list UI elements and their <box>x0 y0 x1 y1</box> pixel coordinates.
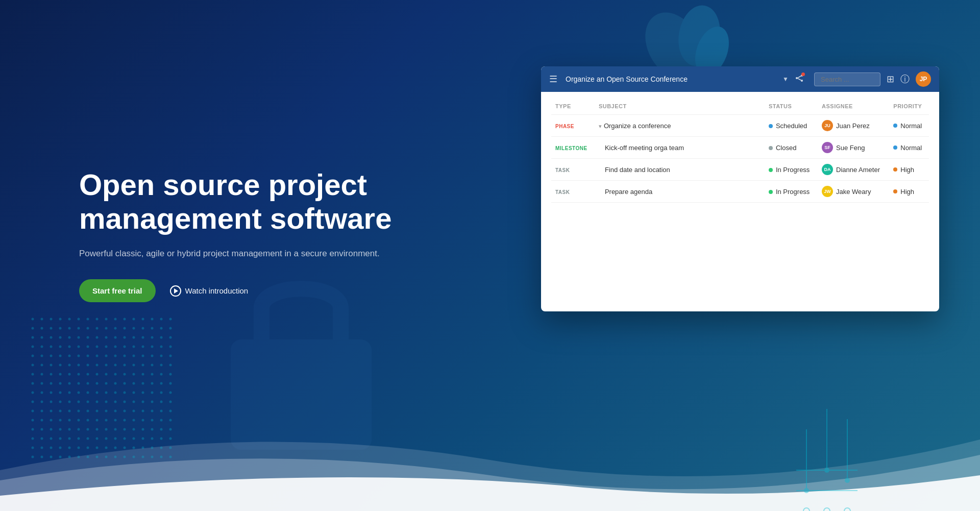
watch-label: Watch introduction <box>185 286 249 295</box>
svg-point-13 <box>824 468 829 473</box>
cell-assignee: JUJuan Perez <box>818 115 889 137</box>
cell-priority: High <box>889 159 929 181</box>
cell-status: In Progress <box>765 159 818 181</box>
project-table: TYPE SUBJECT STATUS ASSIGNEE PRIORITY PH… <box>551 100 929 203</box>
cell-subject: ▾Organize a conference <box>595 115 765 137</box>
col-subject: SUBJECT <box>595 100 765 115</box>
col-priority: PRIORITY <box>889 100 929 115</box>
cell-subject: Kick-off meeting orga team <box>595 137 765 159</box>
table-row[interactable]: PHASE▾Organize a conferenceScheduledJUJu… <box>551 115 929 137</box>
help-icon[interactable]: ⓘ <box>900 73 910 85</box>
hamburger-icon[interactable]: ☰ <box>549 74 557 85</box>
notification-dot <box>801 72 805 76</box>
hero-subtitle: Powerful classic, agile or hybrid projec… <box>79 247 406 260</box>
svg-point-15 <box>845 478 850 483</box>
cell-subject: Prepare agenda <box>595 181 765 203</box>
share-icon[interactable] <box>795 74 804 85</box>
cell-type: TASK <box>551 181 595 203</box>
user-avatar[interactable]: JP <box>916 71 931 87</box>
cell-type: PHASE <box>551 115 595 137</box>
play-icon <box>170 285 181 297</box>
col-assignee: ASSIGNEE <box>818 100 889 115</box>
svg-point-18 <box>844 508 850 511</box>
svg-point-16 <box>824 508 830 511</box>
cell-assignee: JWJake Weary <box>818 181 889 203</box>
svg-line-23 <box>798 79 801 80</box>
project-name: Organize an Open Source Conference <box>566 75 774 83</box>
cell-priority: Normal <box>889 115 929 137</box>
table-row[interactable]: TASKPrepare agendaIn ProgressJWJake Wear… <box>551 181 929 203</box>
svg-point-14 <box>804 488 809 493</box>
play-triangle <box>174 288 178 294</box>
svg-line-22 <box>798 76 801 78</box>
cell-subject: Find date and location <box>595 159 765 181</box>
app-content: TYPE SUBJECT STATUS ASSIGNEE PRIORITY PH… <box>541 92 939 311</box>
table-container: TYPE SUBJECT STATUS ASSIGNEE PRIORITY PH… <box>541 92 939 211</box>
cell-priority: High <box>889 181 929 203</box>
cell-priority: Normal <box>889 137 929 159</box>
app-window: ☰ Organize an Open Source Conference ▼ ⊞… <box>541 66 939 311</box>
dots-pattern <box>31 317 174 460</box>
grid-icon[interactable]: ⊞ <box>887 74 894 85</box>
col-type: TYPE <box>551 100 595 115</box>
col-status: STATUS <box>765 100 818 115</box>
watch-introduction-button[interactable]: Watch introduction <box>170 285 249 297</box>
cell-status: Scheduled <box>765 115 818 137</box>
svg-rect-7 <box>31 317 174 460</box>
header-icons <box>795 74 804 85</box>
svg-point-19 <box>796 77 798 79</box>
hero-title: Open source project management software <box>79 168 406 236</box>
cell-assignee: DADianne Ameter <box>818 159 889 181</box>
cell-status: Closed <box>765 137 818 159</box>
cell-type: MILESTONE <box>551 137 595 159</box>
start-free-trial-button[interactable]: Start free trial <box>79 279 156 302</box>
project-dropdown-arrow[interactable]: ▼ <box>782 76 789 83</box>
table-row[interactable]: TASKFind date and locationIn ProgressDAD… <box>551 159 929 181</box>
cell-type: TASK <box>551 159 595 181</box>
cta-row: Start free trial Watch introduction <box>79 279 406 302</box>
svg-point-21 <box>801 80 803 82</box>
svg-point-17 <box>803 508 810 511</box>
cell-assignee: SFSue Feng <box>818 137 889 159</box>
circuit-decoration <box>776 409 878 511</box>
app-header: ☰ Organize an Open Source Conference ▼ ⊞… <box>541 66 939 92</box>
cell-status: In Progress <box>765 181 818 203</box>
search-input[interactable] <box>814 72 880 86</box>
table-row[interactable]: MILESTONEKick-off meeting orga teamClose… <box>551 137 929 159</box>
hero-section: Open source project management software … <box>79 168 406 303</box>
